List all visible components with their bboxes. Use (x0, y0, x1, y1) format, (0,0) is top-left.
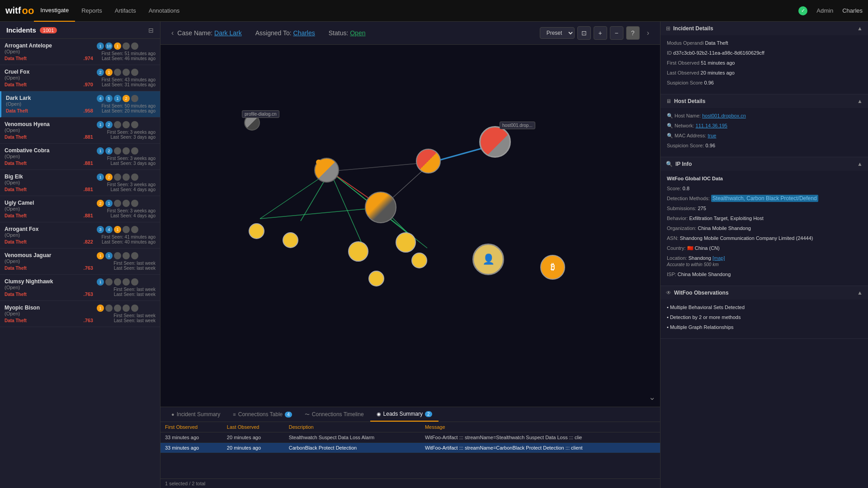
incident-item[interactable]: Myopic Bison (Open) Data Theft .763 1 Fi… (0, 301, 160, 327)
graph-node-bt4[interactable] (368, 271, 384, 286)
case-assigned-link[interactable]: Charles (293, 29, 315, 37)
rp-link[interactable]: host001.dropbox.cn (702, 113, 746, 118)
preset-select[interactable]: Preset (540, 27, 575, 39)
graph-node-bt2[interactable] (283, 232, 298, 248)
nav-artifacts[interactable]: Artifacts (108, 0, 142, 22)
graph-node-large-red[interactable] (479, 126, 511, 158)
incident-tag: Data Theft (5, 292, 27, 297)
graph-node-bt6[interactable] (411, 253, 427, 268)
incident-item[interactable]: Venomous Jaguar (Open) Data Theft .763 1… (0, 249, 160, 275)
incident-icon-empty (114, 200, 121, 207)
rp-section-chevron[interactable]: ▲ (857, 161, 863, 167)
map-link[interactable]: [map] (712, 255, 725, 261)
main-layout: Incidents 1001 ⊟ Arrogant Antelope (Open… (0, 22, 868, 488)
rp-link[interactable]: true (708, 133, 716, 138)
graph-node-right-center[interactable] (416, 149, 441, 174)
rp-section-header[interactable]: 🔍 IP Info ▲ (660, 157, 868, 171)
incident-last-seen: Last Seen: 40 minutes ago (97, 239, 156, 244)
graph-area[interactable]: 👤 ₿ host001.drop... profile-dialog.cn ⌄ (160, 45, 660, 407)
graph-node-left[interactable] (314, 158, 339, 183)
incident-icon-badge: 10 (105, 42, 113, 50)
nav-annotations[interactable]: Annotations (142, 0, 186, 22)
graph-node-bt5[interactable] (396, 232, 416, 253)
incident-icon-badge: 2 (105, 174, 113, 181)
graph-collapse-arrow[interactable]: ⌄ (649, 392, 656, 402)
case-status-label: Status: Open (329, 29, 366, 37)
filter-icon[interactable]: ⊟ (148, 27, 154, 34)
graph-node-bt1[interactable] (249, 223, 264, 239)
incident-score: .881 (84, 213, 93, 218)
incident-icon-empty (114, 252, 121, 259)
incident-icon-empty (131, 200, 138, 207)
incident-first-seen: First Seen: 3 weeks ago (97, 182, 156, 187)
nav-right: ✓ Admin Charles (798, 6, 863, 15)
topnav: witfoo Investigate Reports Artifacts Ann… (0, 0, 868, 22)
next-case-arrow[interactable]: › (643, 29, 653, 37)
incident-item[interactable]: Arrogant Fox (Open) Data Theft .822 341 … (0, 222, 160, 249)
tab-connections-timeline[interactable]: 〜 Connections Timeline (298, 407, 370, 422)
case-status-link[interactable]: Open (350, 29, 365, 37)
tab-connections-table[interactable]: ≡ Connections Table 4 (226, 407, 298, 422)
prev-case-arrow[interactable]: ‹ (168, 29, 177, 37)
nav-investigate[interactable]: Investigate (34, 0, 75, 22)
table-row[interactable]: 33 minutes ago 20 minutes ago CarbonBlac… (160, 443, 660, 453)
incident-name: Cruel Fox (5, 69, 93, 75)
incident-last-seen: Last Seen: last week (97, 318, 156, 323)
incident-last-seen: Last Seen: 46 minutes ago (97, 56, 156, 61)
incident-name: Ugly Camel (5, 200, 93, 206)
cell-message: WitFoo-Artifact ::: streamName=CarbonBla… (420, 443, 660, 453)
cell-first: 33 minutes ago (160, 432, 222, 443)
graph-zoom-in-button[interactable]: + (594, 26, 607, 40)
graph-node-person[interactable]: 👤 (472, 244, 504, 275)
rp-link[interactable]: 111.14.36.195 (696, 123, 727, 128)
tab-leads-summary[interactable]: ◉ Leads Summary 2 (370, 407, 439, 422)
incident-first-seen: First Seen: 3 weeks ago (97, 208, 156, 213)
incident-last-seen: Last Seen: 4 days ago (97, 213, 156, 218)
graph-node-bitcoin[interactable]: ₿ (540, 255, 565, 280)
graph-reset-button[interactable]: ⊡ (577, 26, 591, 40)
graph-node-bt3[interactable] (348, 241, 368, 262)
rp-field: ID d37c3cb0-92b2-11ea-a98c-8d6160629cff (667, 50, 862, 56)
rp-section-header[interactable]: ⊞ Incident Details ▲ (660, 22, 868, 35)
incident-item[interactable]: Ugly Camel (Open) Data Theft .881 21 Fir… (0, 196, 160, 222)
graph-help-button[interactable]: ? (626, 26, 640, 40)
incident-status: (Open) (5, 180, 93, 185)
rp-section-chevron[interactable]: ▲ (857, 98, 863, 104)
incident-item[interactable]: Combative Cobra (Open) Data Theft .881 1… (0, 144, 160, 170)
sidebar-header: Incidents 1001 ⊟ (0, 22, 160, 39)
graph-node-center[interactable] (365, 192, 396, 223)
incident-item[interactable]: Venomous Hyena (Open) Data Theft .881 12… (0, 117, 160, 144)
rp-section-chevron[interactable]: ▲ (857, 25, 863, 32)
rp-section-header[interactable]: 👁 WitFoo Observations ▲ (660, 286, 868, 300)
tab-label: Leads Summary (383, 411, 423, 417)
rp-field: Behavior: Exfiltration Target, Exploitin… (667, 215, 862, 221)
graph-zoom-out-button[interactable]: − (610, 26, 623, 40)
admin-label: Admin (816, 7, 833, 14)
rp-field: Organization: China Mobile Shandong (667, 225, 862, 231)
incident-last-seen: Last Seen: 4 days ago (97, 187, 156, 192)
table-row[interactable]: 33 minutes ago 20 minutes ago Stealthwat… (160, 432, 660, 443)
incident-status: (Open) (5, 258, 93, 264)
incident-icon-empty (123, 121, 130, 128)
case-name-link[interactable]: Dark Lark (214, 29, 242, 37)
incident-status: (Open) (5, 311, 93, 316)
incident-times: 1 First Seen: last week Last Seen: last … (97, 305, 156, 323)
incident-item[interactable]: Dark Lark (Open) Data Theft .958 4512 Fi… (0, 91, 160, 117)
svg-line-5 (260, 207, 382, 219)
table-area: First Observed Last Observed Description… (160, 422, 660, 479)
incident-item[interactable]: Clumsy Nighthawk (Open) Data Theft .763 … (0, 275, 160, 301)
incident-item[interactable]: Big Elk (Open) Data Theft .881 12 First … (0, 170, 160, 196)
user-label[interactable]: Charles (842, 7, 863, 14)
incident-icon-empty (131, 95, 138, 102)
rp-section-chevron[interactable]: ▲ (857, 290, 863, 296)
tab-incident-summary[interactable]: ● Incident Summary (165, 407, 226, 422)
rp-section-header[interactable]: 🖥 Host Details ▲ (660, 94, 868, 108)
incident-item[interactable]: Arrogant Antelope (Open) Data Theft .974… (0, 39, 160, 65)
app-logo: witfoo (5, 5, 34, 17)
rp-observation: • Multiple Graph Relationships (667, 324, 862, 330)
incident-icon-badge: 1 (105, 69, 113, 76)
incident-icons-row: 12 (97, 121, 156, 128)
nav-reports[interactable]: Reports (75, 0, 108, 22)
incident-item[interactable]: Cruel Fox (Open) Data Theft .970 21 Firs… (0, 65, 160, 91)
incident-icons-row: 4512 (97, 95, 156, 102)
